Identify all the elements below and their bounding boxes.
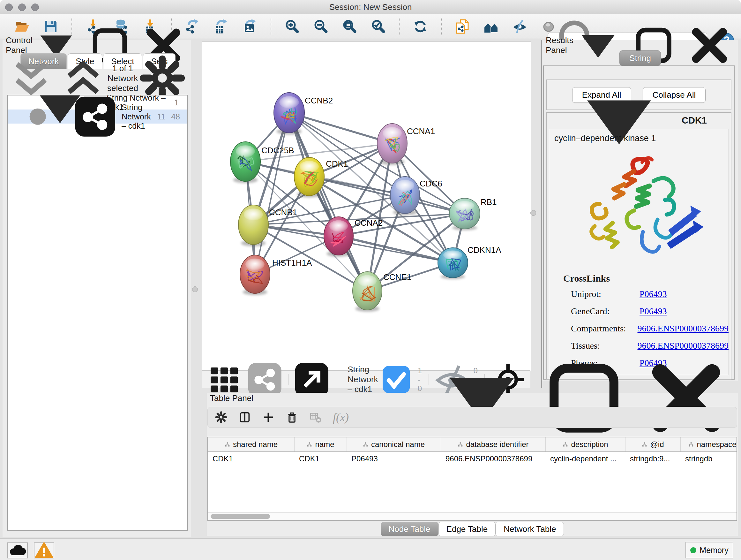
- crosslink-value-link[interactable]: 9606.ENSP00000378699: [637, 341, 729, 351]
- export-table-button[interactable]: [213, 18, 229, 35]
- results-panel-title: Results Panel: [546, 36, 574, 55]
- network-node-CDKN1A[interactable]: [438, 248, 468, 279]
- results-panel-menu-icon[interactable]: [574, 21, 623, 70]
- tab-string[interactable]: String: [619, 51, 661, 66]
- zoom-window-icon[interactable]: [31, 3, 39, 11]
- selected-node-edge-count: 1 - 0: [418, 366, 423, 393]
- right-splitter[interactable]: [541, 40, 542, 388]
- protein-name: CDK1: [682, 115, 707, 126]
- minimize-window-icon[interactable]: [18, 3, 26, 11]
- table-row[interactable]: CDK1CDK1P064939606.ENSP00000378699cyclin…: [208, 452, 737, 465]
- zoom-fit-button[interactable]: [341, 18, 357, 35]
- right-splitter-handle[interactable]: [530, 210, 536, 216]
- column-header-shared-name[interactable]: shared name: [208, 437, 294, 451]
- cloud-button[interactable]: [7, 543, 28, 558]
- column-header-description[interactable]: description: [546, 437, 625, 451]
- column-label: @id: [650, 440, 664, 449]
- status-bar: Memory: [0, 538, 741, 560]
- clone-network-button[interactable]: [455, 18, 470, 35]
- selected-count-checkbox-icon[interactable]: [378, 361, 414, 397]
- network-node-CCNB1[interactable]: [239, 205, 268, 246]
- delete-table-icon: [309, 411, 322, 424]
- table-panel-float-icon[interactable]: [536, 350, 632, 446]
- network-type-icon: [73, 95, 117, 138]
- column-header-name[interactable]: name: [294, 437, 347, 451]
- refresh-button[interactable]: [412, 18, 428, 35]
- protein-expander-icon[interactable]: [571, 72, 667, 168]
- network-node-count: 11: [157, 112, 165, 121]
- column-header-canonical-name[interactable]: canonical name: [347, 437, 441, 451]
- network-node-CCNB2[interactable]: [274, 92, 305, 135]
- left-splitter-handle[interactable]: [192, 287, 198, 292]
- collection-count: 1: [174, 98, 179, 107]
- detach-view-icon[interactable]: [293, 361, 330, 397]
- columns-icon[interactable]: [239, 411, 251, 424]
- crosslink-row: GeneCard:P06493: [563, 306, 729, 316]
- column-label: database identifier: [466, 440, 529, 449]
- delete-column-icon[interactable]: [286, 411, 298, 424]
- table-horizontal-scrollbar[interactable]: [208, 512, 737, 520]
- network-node-CDC25B[interactable]: [230, 142, 260, 183]
- tab-edge-table[interactable]: Edge Table: [439, 522, 496, 537]
- column-label: shared name: [233, 440, 278, 449]
- column-header-@id[interactable]: @id: [625, 437, 681, 451]
- warnings-button[interactable]: [34, 543, 54, 558]
- tree-node-icon: [688, 442, 694, 447]
- network-node-label: CDC6: [420, 179, 442, 188]
- protein-section-header[interactable]: CDK1: [547, 113, 731, 128]
- birdseye-grid-icon[interactable]: [206, 361, 242, 397]
- network-node-CCNE1[interactable]: [353, 272, 382, 312]
- tree-node-icon: [307, 442, 312, 447]
- network-node-label: CDKN1A: [468, 245, 501, 255]
- network-view-title: String Network – cdk1: [347, 365, 378, 394]
- results-panel-close-icon[interactable]: [685, 21, 734, 70]
- network-node-RB1[interactable]: [449, 198, 480, 230]
- network-thumbnail-icon[interactable]: [247, 361, 283, 397]
- tab-network-table[interactable]: Network Table: [495, 522, 564, 537]
- network-node-CCNA2[interactable]: [324, 217, 353, 257]
- zoom-out-button[interactable]: [313, 18, 329, 35]
- zoom-in-button[interactable]: [284, 18, 300, 35]
- export-image-button[interactable]: [242, 18, 258, 35]
- crosslink-value-link[interactable]: 9606.ENSP00000378699: [637, 323, 729, 334]
- crosslink-label: Uniprot:: [571, 289, 639, 299]
- first-neighbors-button[interactable]: [483, 18, 499, 35]
- table-cell: stringdb:9...: [625, 454, 681, 463]
- protein-section: CDK1 cyclin–dependent kinase 1: [546, 112, 731, 380]
- hide-selected-button[interactable]: [512, 18, 528, 35]
- open-session-button[interactable]: [14, 18, 30, 35]
- network-view-canvas[interactable]: CCNB2 CCNA1 CDC25B CDK1 CDC6 RB1 CCNB1: [202, 42, 531, 371]
- zoom-selected-button[interactable]: [370, 18, 386, 35]
- string-results-box: Expand All Collapse All CDK1 cyclin–depe…: [543, 65, 735, 380]
- table-panel-title: Table Panel: [210, 393, 253, 403]
- scrollbar-thumb[interactable]: [211, 514, 270, 519]
- tree-node-icon: [458, 442, 463, 447]
- toolbar-separator: [441, 18, 442, 35]
- table-header-row: shared namenamecanonical namedatabase id…: [208, 437, 737, 452]
- network-selection-status: 1 of 1 Network selected: [107, 64, 138, 93]
- network-edge-count: 48: [171, 112, 180, 121]
- crosslink-value-link[interactable]: P06493: [639, 289, 667, 299]
- table-panel-menu-icon[interactable]: [434, 350, 530, 446]
- network-row[interactable]: String Network – cdk1 11 48: [8, 110, 187, 124]
- close-window-icon[interactable]: [5, 3, 13, 11]
- tab-node-table[interactable]: Node Table: [381, 522, 439, 537]
- gear-icon[interactable]: [215, 411, 227, 424]
- memory-button[interactable]: Memory: [685, 542, 733, 558]
- network-node-CCNA1[interactable]: [377, 124, 407, 165]
- add-column-icon[interactable]: [262, 411, 275, 424]
- tree-node-icon: [642, 442, 647, 447]
- crosslink-value-link[interactable]: P06493: [639, 306, 667, 316]
- toolbar-separator: [399, 18, 400, 35]
- tree-node-icon: [363, 442, 368, 447]
- network-node-label: HIST1H1A: [272, 258, 312, 267]
- column-label: description: [571, 440, 608, 449]
- table-panel-close-icon[interactable]: [638, 350, 734, 446]
- title-bar: Session: New Session: [0, 0, 741, 14]
- crosslink-row: Tissues:9606.ENSP00000378699: [563, 341, 729, 351]
- network-node-HIST1H1A[interactable]: [240, 255, 270, 295]
- crosslink-label: GeneCard:: [571, 306, 639, 316]
- function-builder-icon: f(x): [333, 411, 349, 424]
- column-header-database-identifier[interactable]: database identifier: [441, 437, 546, 451]
- column-header-namespace[interactable]: namespace: [681, 437, 737, 451]
